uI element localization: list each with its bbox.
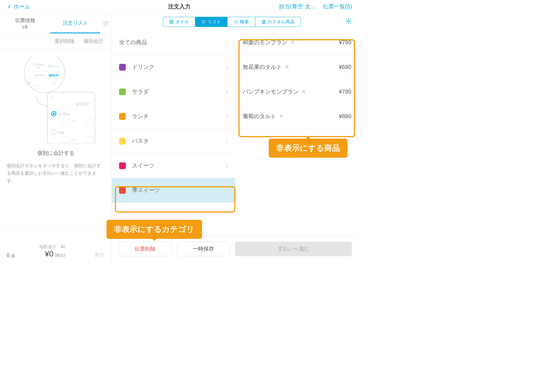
category-list: 全ての商品›ドリンク›サラダ›ランチ›パスタ›スイーツ›季スイーツ› [112, 30, 235, 236]
tab-slip-info-sub: 1名 [22, 24, 28, 30]
category-item[interactable]: ランチ› [112, 104, 235, 129]
tab-order-list-label: 注文リスト [63, 20, 88, 26]
category-swatch [119, 187, 126, 194]
illustration-graphic: 伝票情報1名 注文リスト 選択削除 個別会計 ffee × ‹ 個別会計 cof… [15, 57, 96, 144]
calculator-icon [261, 20, 266, 24]
product-name: 無花果のタルト [243, 63, 282, 71]
delete-slip-button[interactable]: 伝票削除 [119, 242, 172, 256]
category-item[interactable]: 季スイーツ› [112, 178, 235, 203]
product-list: 和栗のモンブラン¥780無花果のタルト¥680パンプキンモンブラン¥780葡萄の… [235, 30, 359, 236]
svg-text:ffee: ffee [27, 81, 31, 84]
round-value: ¥0 [61, 244, 65, 249]
chevron-right-icon: › [226, 162, 228, 169]
settings-button[interactable] [345, 18, 352, 26]
svg-point-42 [263, 22, 263, 22]
svg-point-44 [263, 23, 263, 23]
view-list[interactable]: リスト [195, 17, 228, 27]
svg-rect-10 [32, 85, 39, 89]
svg-text:×: × [73, 137, 75, 142]
proceed-payment-button[interactable]: 支払いへ進む [235, 242, 352, 256]
svg-rect-29 [172, 20, 173, 22]
category-name: ランチ [132, 113, 149, 120]
svg-rect-31 [172, 22, 173, 24]
product-item[interactable]: 葡萄のタルト¥880 [235, 104, 359, 129]
category-item[interactable]: サラダ› [112, 80, 235, 104]
points-value: 0 [7, 253, 10, 258]
bag-icon [290, 39, 295, 46]
product-name: 葡萄のタルト [243, 113, 276, 120]
tab-extra-icon[interactable] [100, 13, 112, 33]
category-swatch [119, 113, 126, 120]
illustration-desc: 個別会計ボタンをタッチすると、個別に会計する商品を選択しお支払いへ進むことができ… [7, 162, 105, 185]
callout-products: 非表示にする商品 [269, 139, 347, 158]
category-swatch [119, 162, 126, 169]
product-item[interactable]: 和栗のモンブラン¥780 [235, 30, 359, 55]
category-name: パスタ [132, 137, 149, 145]
svg-text:×: × [73, 119, 75, 123]
product-item[interactable]: 無花果のタルト¥680 [235, 55, 359, 80]
tab-order-list[interactable]: 注文リスト [50, 13, 100, 33]
individual-checkout[interactable]: 個別会計 [84, 38, 104, 45]
svg-point-17 [53, 113, 55, 115]
bag-icon [285, 64, 289, 70]
svg-text:‹: ‹ [52, 94, 53, 99]
illustration-title: 個別に会計する [37, 150, 75, 157]
slips-button[interactable]: 伝票一覧(5) [323, 3, 352, 10]
svg-rect-28 [170, 20, 171, 22]
category-item[interactable]: 全ての商品› [112, 30, 235, 55]
svg-rect-30 [170, 22, 171, 24]
chevron-right-icon: › [226, 187, 228, 194]
category-item[interactable]: スイーツ› [112, 153, 235, 178]
view-search[interactable]: 検索 [228, 17, 255, 27]
discount-button[interactable]: 割引 [95, 252, 105, 258]
svg-point-45 [264, 23, 264, 23]
svg-text:個別会計: 個別会計 [75, 102, 90, 106]
gear-icon [345, 18, 352, 25]
empty-illustration: 伝票情報1名 注文リスト 選択削除 個別会計 ffee × ‹ 個別会計 cof… [0, 49, 112, 228]
bag-icon [302, 88, 306, 95]
round-label: 端数値引 [40, 244, 56, 249]
chevron-right-icon: › [226, 137, 228, 145]
svg-text:個別会計: 個別会計 [48, 74, 59, 77]
bag-icon [279, 113, 284, 120]
category-name: 季スイーツ [132, 186, 160, 194]
category-item[interactable]: ドリンク› [112, 55, 235, 80]
view-custom[interactable]: カスタム商品 [255, 17, 301, 27]
svg-text:伝票情報: 伝票情報 [33, 63, 43, 66]
total-value: ¥0 [45, 249, 54, 258]
svg-text:tea: tea [59, 130, 64, 135]
view-tile[interactable]: タイル [163, 17, 195, 27]
product-price: ¥680 [339, 64, 352, 70]
points-unit: 点 [11, 253, 15, 258]
product-price: ¥780 [339, 39, 352, 46]
tab-slip-info[interactable]: 伝票情報 1名 [0, 13, 50, 33]
product-price: ¥880 [339, 113, 352, 120]
temp-save-button[interactable]: 一時保存 [177, 242, 230, 256]
category-item[interactable]: パスタ› [112, 129, 235, 153]
callout-category: 非表示にするカテゴリ [106, 220, 202, 239]
svg-text:注文リスト: 注文リスト [48, 65, 61, 67]
svg-text:coffee: coffee [59, 111, 70, 116]
delete-selection[interactable]: 選択削除 [54, 38, 75, 45]
tab-slip-info-label: 伝票情報 [15, 17, 35, 24]
search-icon [234, 20, 238, 24]
category-name: スイーツ [132, 162, 154, 169]
grid-icon [169, 20, 174, 24]
list-icon [201, 20, 206, 24]
svg-point-36 [202, 23, 203, 23]
svg-rect-12 [47, 92, 95, 144]
chevron-right-icon: › [226, 64, 228, 71]
home-button[interactable]: ホーム [7, 3, 30, 10]
chevron-right-icon: › [226, 113, 228, 120]
product-item[interactable]: パンプキンモンブラン¥780 [235, 80, 359, 104]
svg-text:選択削除: 選択削除 [35, 74, 45, 77]
category-swatch [119, 64, 126, 71]
svg-point-46 [348, 20, 349, 22]
category-name: ドリンク [132, 63, 154, 71]
product-name: 和栗のモンブラン [243, 39, 287, 46]
staff-button[interactable]: 担当(青空 太… [279, 3, 316, 10]
svg-point-34 [202, 22, 203, 22]
product-price: ¥780 [339, 88, 352, 95]
svg-line-39 [237, 23, 238, 24]
svg-text:×: × [40, 86, 42, 89]
